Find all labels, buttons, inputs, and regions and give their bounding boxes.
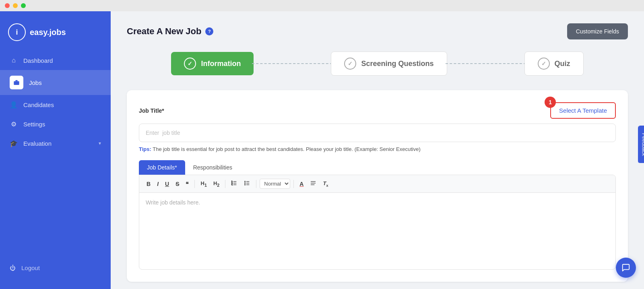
strikethrough-button[interactable]: S xyxy=(173,179,182,189)
svg-rect-0 xyxy=(14,81,19,85)
font-size-select[interactable]: Normal xyxy=(260,179,290,189)
jobs-icon-box xyxy=(10,76,23,89)
chat-fab-button[interactable] xyxy=(616,258,636,278)
page-title-row: Create A New Job ? xyxy=(127,26,213,37)
step-badge: 1 xyxy=(545,97,556,108)
blockquote-button[interactable]: ❝ xyxy=(183,179,191,189)
font-color-button[interactable]: A xyxy=(297,179,306,189)
maximize-button[interactable] xyxy=(21,3,26,8)
sidebar-item-label: Jobs xyxy=(29,79,42,86)
underline-button[interactable]: U xyxy=(163,179,171,189)
page-header: Create A New Job ? Customize Fields xyxy=(127,23,628,39)
settings-icon: ⚙ xyxy=(10,120,18,128)
toolbar-divider-4 xyxy=(293,180,294,188)
step-connector-2 xyxy=(446,63,526,64)
svg-text:3.: 3. xyxy=(232,184,233,186)
step-quiz[interactable]: ✓ Quiz xyxy=(524,52,584,76)
chevron-down-icon: ▾ xyxy=(99,140,101,146)
window-chrome xyxy=(0,0,644,11)
tab-responsibilities[interactable]: Responsibilities xyxy=(185,160,240,175)
svg-point-12 xyxy=(245,184,246,185)
steps-container: ✓ Information ✓ Screening Questions ✓ Qu… xyxy=(127,52,628,76)
form-card: Job Title* 1 Select A Template Tips: The… xyxy=(127,90,628,282)
sidebar-item-settings[interactable]: ⚙ Settings xyxy=(0,114,111,134)
select-template-button[interactable]: Select A Template xyxy=(550,102,616,119)
sidebar-bottom: ⏻ Logout xyxy=(0,255,111,281)
app-wrapper: i easy.jobs ⌂ Dashboard Jobs 👤 xyxy=(0,0,644,289)
step-quiz-icon: ✓ xyxy=(538,58,550,70)
h2-button[interactable]: H2 xyxy=(211,179,222,189)
editor-placeholder: Write job details here. xyxy=(146,199,200,206)
sidebar-item-candidates[interactable]: 👤 Candidates xyxy=(0,95,111,114)
logout-icon: ⏻ xyxy=(10,264,16,271)
editor-body[interactable]: Write job details here. xyxy=(139,193,615,269)
close-button[interactable] xyxy=(5,3,10,8)
help-badge[interactable]: ? xyxy=(205,27,213,35)
rich-text-editor: B I U S ❝ H1 H2 1.2.3. xyxy=(139,175,616,270)
logout-label: Logout xyxy=(21,264,40,271)
sidebar-item-jobs[interactable]: Jobs xyxy=(0,70,111,95)
sidebar-nav: ⌂ Dashboard Jobs 👤 Candidates ⚙ Set xyxy=(0,51,111,255)
step-connector-1 xyxy=(252,63,332,64)
unordered-list-button[interactable] xyxy=(242,178,253,189)
h1-button[interactable]: H1 xyxy=(198,179,209,189)
tips-prefix: Tips: xyxy=(139,146,151,152)
toolbar-divider-2 xyxy=(225,180,225,188)
logo-letter: i xyxy=(16,28,18,37)
sidebar-item-label: Settings xyxy=(23,121,45,128)
svg-point-11 xyxy=(245,183,246,184)
logo-text: easy.jobs xyxy=(30,28,66,37)
content-tabs: Job Details* Responsibilities xyxy=(139,160,616,175)
sidebar-item-evaluation[interactable]: 🎓 Evaluation ▾ xyxy=(0,134,111,153)
toolbar-divider-3 xyxy=(256,180,256,188)
job-title-input[interactable] xyxy=(139,124,616,142)
evaluation-icon: 🎓 xyxy=(10,139,18,147)
editor-toolbar: B I U S ❝ H1 H2 1.2.3. xyxy=(139,175,615,193)
italic-button[interactable]: I xyxy=(155,179,161,189)
step-quiz-label: Quiz xyxy=(555,60,570,68)
ordered-list-button[interactable]: 1.2.3. xyxy=(229,178,240,189)
sidebar-item-label: Dashboard xyxy=(23,57,53,64)
minimize-button[interactable] xyxy=(13,3,18,8)
sidebar: i easy.jobs ⌂ Dashboard Jobs 👤 xyxy=(0,11,111,289)
step-screening[interactable]: ✓ Screening Questions xyxy=(331,52,447,76)
job-title-label: Job Title* xyxy=(139,107,164,114)
step-information-label: Information xyxy=(201,60,241,68)
step-information-icon: ✓ xyxy=(184,58,196,70)
sidebar-item-logout[interactable]: ⏻ Logout xyxy=(0,259,111,277)
customize-fields-button[interactable]: Customize Fields xyxy=(567,23,628,39)
main-content: Create A New Job ? Customize Fields ✓ In… xyxy=(111,11,644,289)
select-template-wrapper: 1 Select A Template xyxy=(550,102,616,119)
sidebar-item-label: Candidates xyxy=(23,101,54,108)
sidebar-item-dashboard[interactable]: ⌂ Dashboard xyxy=(0,51,111,70)
bold-button[interactable]: B xyxy=(144,179,153,189)
jobs-icon xyxy=(12,78,21,87)
tab-job-details[interactable]: Job Details* xyxy=(139,160,185,175)
job-title-row: Job Title* 1 Select A Template xyxy=(139,102,616,119)
home-icon: ⌂ xyxy=(10,56,18,64)
step-screening-label: Screening Questions xyxy=(361,60,433,68)
page-title: Create A New Job xyxy=(127,26,201,37)
svg-point-10 xyxy=(245,181,246,182)
clear-format-button[interactable]: Tx xyxy=(320,178,330,189)
tips-content: The job title is essential for job post … xyxy=(151,146,421,152)
tips-text: Tips: The job title is essential for job… xyxy=(139,146,616,152)
step-screening-icon: ✓ xyxy=(344,58,356,70)
sidebar-logo: i easy.jobs xyxy=(0,19,111,51)
align-button[interactable] xyxy=(308,178,319,189)
toolbar-divider-1 xyxy=(194,180,195,188)
sidebar-item-label: Evaluation xyxy=(23,140,52,147)
logo-icon: i xyxy=(8,23,26,41)
feedback-tab[interactable]: Feedback xyxy=(638,126,644,163)
candidates-icon: 👤 xyxy=(10,101,18,109)
step-information[interactable]: ✓ Information xyxy=(171,52,254,75)
